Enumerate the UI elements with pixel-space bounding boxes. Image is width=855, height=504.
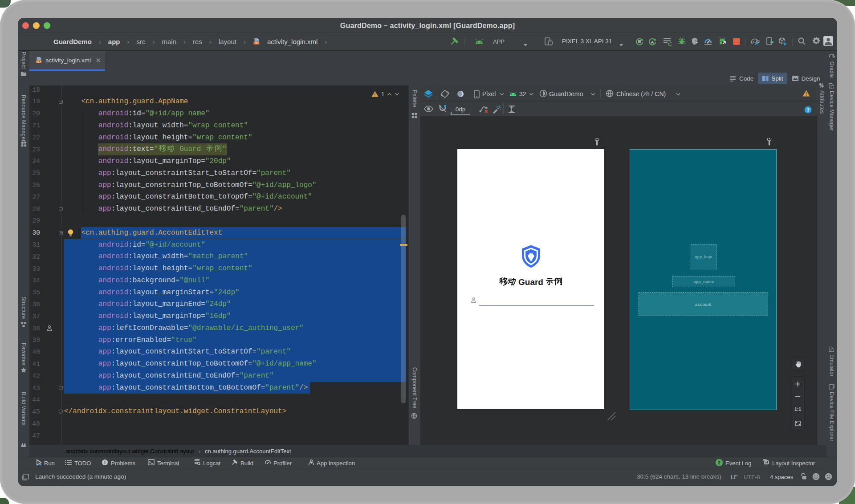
svg-text:?: ? xyxy=(806,107,810,113)
svg-text:A: A xyxy=(651,40,654,45)
